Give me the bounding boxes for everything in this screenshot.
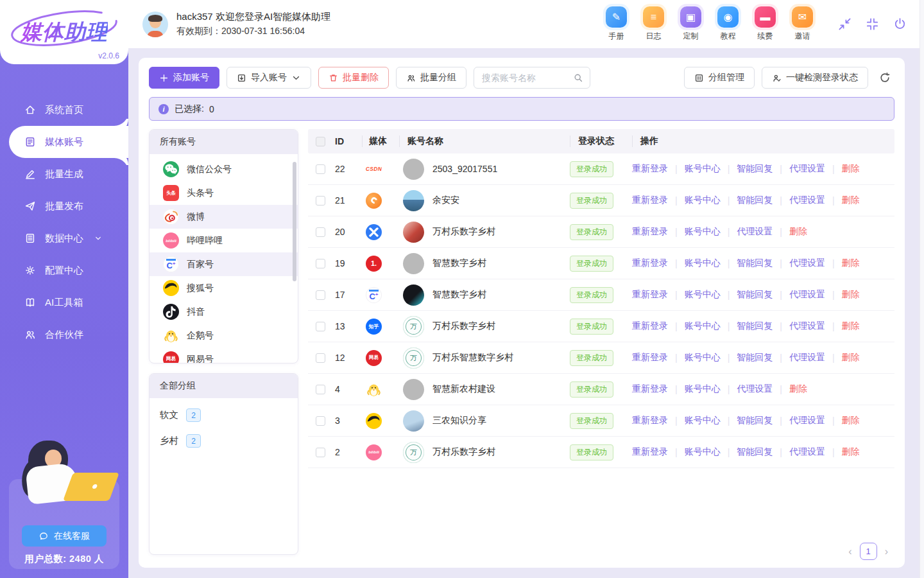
sidebar-item-batch-generate[interactable]: 批量生成 bbox=[0, 158, 128, 190]
action-proxy-settings[interactable]: 代理设置 bbox=[789, 258, 825, 269]
action-account-center[interactable]: 账号中心 bbox=[685, 320, 721, 332]
action-delete[interactable]: 删除 bbox=[842, 195, 860, 206]
search-input[interactable] bbox=[482, 73, 573, 83]
row-checkbox[interactable] bbox=[316, 227, 325, 237]
action-smart-reply[interactable]: 智能回复 bbox=[737, 352, 773, 363]
batch-group-button[interactable]: 批量分组 bbox=[396, 67, 466, 89]
action-relogin[interactable]: 重新登录 bbox=[632, 195, 668, 206]
action-smart-reply[interactable]: 智能回复 bbox=[737, 289, 773, 301]
current-page[interactable]: 1 bbox=[860, 543, 877, 560]
platform-filter-wechat[interactable]: 微信公众号 bbox=[150, 157, 298, 181]
action-account-center[interactable]: 账号中心 bbox=[685, 446, 721, 458]
platform-filter-sohu[interactable]: 搜狐号 bbox=[150, 276, 298, 300]
row-checkbox[interactable] bbox=[316, 322, 325, 331]
row-checkbox[interactable] bbox=[316, 290, 325, 300]
action-delete[interactable]: 删除 bbox=[842, 289, 860, 301]
platform-filter-penguin[interactable]: 企鹅号 bbox=[150, 324, 298, 347]
check-login-button[interactable]: 一键检测登录状态 bbox=[762, 67, 868, 89]
batch-delete-button[interactable]: 批量删除 bbox=[318, 67, 389, 89]
sidebar-item-partners[interactable]: 合作伙伴 bbox=[0, 319, 128, 351]
platform-filter-baijia[interactable]: C+百家号 bbox=[150, 252, 298, 276]
action-proxy-settings[interactable]: 代理设置 bbox=[789, 415, 825, 426]
action-account-center[interactable]: 账号中心 bbox=[685, 258, 721, 269]
sidebar-item-ai-toolbox[interactable]: AI工具箱 bbox=[0, 286, 128, 319]
action-smart-reply[interactable]: 智能回复 bbox=[737, 415, 773, 426]
action-proxy-settings[interactable]: 代理设置 bbox=[789, 163, 825, 175]
refresh-button[interactable] bbox=[875, 68, 894, 87]
row-checkbox[interactable] bbox=[316, 164, 325, 174]
action-relogin[interactable]: 重新登录 bbox=[632, 289, 668, 301]
prev-page-button[interactable]: ‹ bbox=[848, 546, 851, 557]
action-delete[interactable]: 删除 bbox=[842, 446, 860, 458]
action-delete[interactable]: 删除 bbox=[789, 226, 807, 238]
power-icon[interactable] bbox=[893, 17, 907, 31]
row-checkbox[interactable] bbox=[316, 353, 325, 363]
action-proxy-settings[interactable]: 代理设置 bbox=[737, 383, 773, 395]
action-account-center[interactable]: 账号中心 bbox=[685, 289, 721, 301]
platform-filter-toutiao[interactable]: 头条头条号 bbox=[150, 181, 298, 205]
action-proxy-settings[interactable]: 代理设置 bbox=[737, 226, 773, 238]
add-account-button[interactable]: 添加账号 bbox=[149, 67, 219, 89]
action-delete[interactable]: 删除 bbox=[842, 352, 860, 363]
quick-link-logs[interactable]: ≡日志 bbox=[643, 6, 664, 42]
action-smart-reply[interactable]: 智能回复 bbox=[737, 446, 773, 458]
action-delete[interactable]: 删除 bbox=[842, 320, 860, 332]
online-service-button[interactable]: 在线客服 bbox=[22, 525, 107, 547]
search-icon[interactable] bbox=[573, 73, 583, 83]
quick-link-manual[interactable]: ✎手册 bbox=[606, 6, 627, 42]
window-scrollbar-track[interactable] bbox=[920, 0, 924, 578]
action-delete[interactable]: 删除 bbox=[842, 258, 860, 269]
row-checkbox[interactable] bbox=[316, 416, 325, 426]
group-manage-button[interactable]: 分组管理 bbox=[684, 67, 755, 89]
action-proxy-settings[interactable]: 代理设置 bbox=[789, 352, 825, 363]
action-delete[interactable]: 删除 bbox=[789, 383, 807, 395]
platform-filter-douyin[interactable]: 抖音 bbox=[150, 300, 298, 324]
action-smart-reply[interactable]: 智能回复 bbox=[737, 163, 773, 175]
compress-icon[interactable] bbox=[865, 17, 880, 31]
action-relogin[interactable]: 重新登录 bbox=[632, 258, 668, 269]
sidebar-item-data-center[interactable]: 数据中心 bbox=[0, 222, 128, 254]
quick-link-renew[interactable]: ▬续费 bbox=[755, 6, 776, 42]
select-all-checkbox[interactable] bbox=[316, 137, 325, 146]
scrollbar-thumb[interactable] bbox=[293, 162, 296, 281]
action-account-center[interactable]: 账号中心 bbox=[685, 163, 721, 175]
action-relogin[interactable]: 重新登录 bbox=[632, 163, 668, 175]
action-proxy-settings[interactable]: 代理设置 bbox=[789, 289, 825, 301]
quick-link-invite[interactable]: ✉邀请 bbox=[792, 6, 813, 42]
action-account-center[interactable]: 账号中心 bbox=[685, 226, 721, 238]
action-relogin[interactable]: 重新登录 bbox=[632, 415, 668, 426]
action-relogin[interactable]: 重新登录 bbox=[632, 352, 668, 363]
action-account-center[interactable]: 账号中心 bbox=[685, 195, 721, 206]
action-proxy-settings[interactable]: 代理设置 bbox=[789, 320, 825, 332]
platform-filter-weibo[interactable]: 微博 bbox=[150, 205, 298, 229]
sidebar-item-batch-publish[interactable]: 批量发布 bbox=[0, 190, 128, 222]
platform-filter-netease[interactable]: 网易网易号 bbox=[150, 347, 298, 363]
action-delete[interactable]: 删除 bbox=[842, 415, 860, 426]
action-relogin[interactable]: 重新登录 bbox=[632, 383, 668, 395]
group-item[interactable]: 软文2 bbox=[160, 408, 287, 422]
action-proxy-settings[interactable]: 代理设置 bbox=[789, 195, 825, 206]
action-relogin[interactable]: 重新登录 bbox=[632, 226, 668, 238]
import-account-button[interactable]: 导入账号 bbox=[227, 67, 311, 89]
collapse-arrows-icon[interactable] bbox=[837, 17, 852, 31]
row-checkbox[interactable] bbox=[316, 196, 325, 206]
action-smart-reply[interactable]: 智能回复 bbox=[737, 258, 773, 269]
action-account-center[interactable]: 账号中心 bbox=[685, 383, 721, 395]
quick-link-tutorial[interactable]: ◉教程 bbox=[717, 6, 739, 42]
action-account-center[interactable]: 账号中心 bbox=[685, 352, 721, 363]
row-checkbox[interactable] bbox=[316, 259, 325, 268]
action-smart-reply[interactable]: 智能回复 bbox=[737, 195, 773, 206]
group-item[interactable]: 乡村2 bbox=[160, 434, 287, 448]
platform-filter-bilibili[interactable]: bilibili哔哩哔哩 bbox=[150, 229, 298, 252]
quick-link-custom[interactable]: ▣定制 bbox=[680, 6, 701, 42]
next-page-button[interactable]: › bbox=[885, 546, 888, 557]
action-delete[interactable]: 删除 bbox=[842, 163, 860, 175]
sidebar-item-media-accounts[interactable]: 媒体账号 bbox=[9, 126, 128, 158]
action-smart-reply[interactable]: 智能回复 bbox=[737, 320, 773, 332]
action-account-center[interactable]: 账号中心 bbox=[685, 415, 721, 426]
action-relogin[interactable]: 重新登录 bbox=[632, 446, 668, 458]
sidebar-item-home[interactable]: 系统首页 bbox=[0, 94, 128, 126]
action-relogin[interactable]: 重新登录 bbox=[632, 320, 668, 332]
action-proxy-settings[interactable]: 代理设置 bbox=[789, 446, 825, 458]
sidebar-item-config-center[interactable]: 配置中心 bbox=[0, 254, 128, 286]
